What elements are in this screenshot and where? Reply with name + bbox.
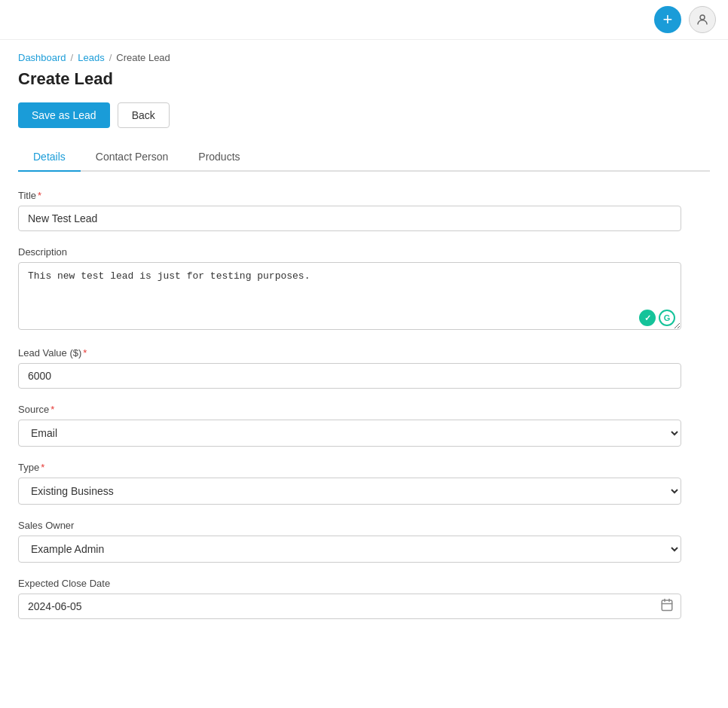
- lead-value-input[interactable]: [18, 363, 681, 389]
- grammarly-g-icon: G: [659, 310, 675, 326]
- action-bar: Save as Lead Back: [18, 102, 710, 128]
- type-group: Type* Existing Business New Business: [18, 462, 681, 505]
- title-input[interactable]: [18, 206, 681, 231]
- user-icon: [696, 13, 709, 26]
- description-input[interactable]: This new test lead is just for testing p…: [18, 262, 681, 330]
- title-label: Title*: [18, 190, 681, 201]
- lead-value-label: Lead Value ($)*: [18, 347, 681, 359]
- sales-owner-select[interactable]: Example Admin Other User: [18, 536, 681, 563]
- user-profile-button[interactable]: [689, 6, 716, 33]
- grammarly-check-icon: ✓: [639, 310, 656, 326]
- breadcrumb: Dashboard / Leads / Create Lead: [18, 52, 710, 63]
- svg-point-0: [700, 15, 705, 20]
- tab-contact-person[interactable]: Contact Person: [81, 143, 184, 172]
- top-bar: +: [0, 0, 728, 40]
- sales-owner-label: Sales Owner: [18, 520, 681, 531]
- breadcrumb-sep-2: /: [109, 52, 112, 63]
- breadcrumb-current: Create Lead: [116, 52, 170, 63]
- main-content: Dashboard / Leads / Create Lead Create L…: [0, 40, 728, 646]
- close-date-group: Expected Close Date: [18, 578, 681, 619]
- description-group: Description This new test lead is just f…: [18, 246, 681, 332]
- title-required: *: [38, 190, 41, 201]
- sales-owner-group: Sales Owner Example Admin Other User: [18, 520, 681, 563]
- textarea-icons: ✓ G: [639, 310, 675, 326]
- lead-value-group: Lead Value ($)*: [18, 347, 681, 389]
- back-button[interactable]: Back: [118, 102, 170, 128]
- breadcrumb-leads[interactable]: Leads: [78, 52, 104, 63]
- tab-details[interactable]: Details: [18, 143, 81, 172]
- type-label: Type*: [18, 462, 681, 473]
- lead-value-required: *: [83, 347, 87, 359]
- title-group: Title*: [18, 190, 681, 231]
- description-wrapper: This new test lead is just for testing p…: [18, 262, 681, 332]
- source-group: Source* Email Phone Website Referral Oth…: [18, 404, 681, 447]
- save-as-lead-button[interactable]: Save as Lead: [18, 102, 110, 128]
- description-label: Description: [18, 246, 681, 258]
- source-label: Source*: [18, 404, 681, 415]
- close-date-input[interactable]: [18, 594, 681, 619]
- date-wrapper: [18, 594, 681, 619]
- tab-products[interactable]: Products: [183, 143, 255, 172]
- source-select[interactable]: Email Phone Website Referral Other: [18, 420, 681, 447]
- type-required: *: [41, 462, 44, 473]
- page-title: Create Lead: [18, 69, 710, 89]
- close-date-label: Expected Close Date: [18, 578, 681, 589]
- type-select[interactable]: Existing Business New Business: [18, 478, 681, 505]
- breadcrumb-sep-1: /: [71, 52, 74, 63]
- add-button[interactable]: +: [654, 6, 681, 33]
- breadcrumb-dashboard[interactable]: Dashboard: [18, 52, 66, 63]
- form-section: Title* Description This new test lead is…: [18, 190, 681, 619]
- tabs: Details Contact Person Products: [18, 143, 710, 172]
- source-required: *: [50, 404, 54, 415]
